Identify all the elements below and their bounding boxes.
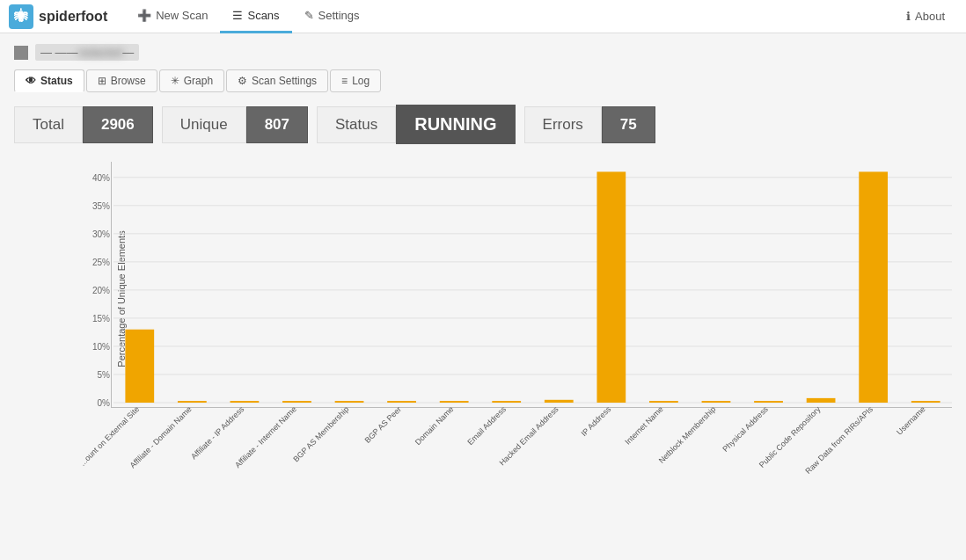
- svg-text:10%: 10%: [92, 342, 110, 352]
- stats-row: Total 2906 Unique 807 Status RUNNING Err…: [14, 105, 952, 144]
- svg-rect-48: [911, 401, 940, 403]
- tab-browse[interactable]: ⊞ Browse: [86, 69, 157, 92]
- svg-text:30%: 30%: [92, 229, 110, 239]
- svg-rect-26: [335, 401, 364, 403]
- svg-rect-34: [545, 400, 574, 403]
- tab-graph[interactable]: ✳ Graph: [159, 69, 224, 92]
- nav-links: ➕ New Scan ☰ Scans ✎ Settings: [125, 0, 371, 33]
- tab-log[interactable]: ≡ Log: [330, 69, 381, 92]
- status-label: Status: [317, 106, 396, 143]
- status-tab-label: Status: [40, 75, 73, 87]
- nav-right: ℹ About: [894, 10, 957, 23]
- svg-text:BGP AS Membership: BGP AS Membership: [291, 404, 350, 463]
- scan-title-icon: [14, 46, 28, 60]
- svg-rect-24: [282, 401, 311, 403]
- svg-rect-22: [231, 401, 260, 403]
- scan-title: — ——redacted—: [35, 44, 139, 61]
- svg-text:Physical Address: Physical Address: [721, 404, 770, 454]
- brand[interactable]: 🕷 spiderfoot: [9, 4, 107, 29]
- svg-text:Domain Name: Domain Name: [413, 404, 456, 447]
- tab-bar: 👁 Status ⊞ Browse ✳ Graph ⚙ Scan Setting…: [14, 69, 952, 92]
- status-value: RUNNING: [396, 105, 515, 144]
- brand-name: spiderfoot: [39, 9, 107, 25]
- new-scan-icon: ➕: [137, 9, 151, 22]
- errors-value: 75: [602, 106, 655, 143]
- browse-tab-icon: ⊞: [98, 75, 106, 87]
- svg-rect-42: [754, 401, 783, 403]
- nav-about[interactable]: ℹ About: [894, 10, 957, 23]
- svg-text:Affiliate - Internet Name: Affiliate - Internet Name: [233, 404, 298, 469]
- chart-inner: 0%5%10%15%20%25%30%35%40%...ount on Exte…: [111, 162, 952, 408]
- svg-text:IP Address: IP Address: [580, 404, 613, 438]
- svg-text:Username: Username: [895, 404, 926, 436]
- svg-text:35%: 35%: [92, 201, 110, 211]
- svg-text:0%: 0%: [98, 398, 111, 408]
- brand-logo: 🕷: [9, 4, 33, 29]
- new-scan-label: New Scan: [156, 9, 208, 22]
- errors-label: Errors: [524, 106, 602, 143]
- svg-rect-38: [649, 401, 678, 403]
- scans-icon: ☰: [232, 9, 243, 22]
- svg-rect-28: [387, 401, 416, 403]
- svg-rect-20: [178, 401, 207, 403]
- scan-settings-tab-icon: ⚙: [238, 75, 247, 87]
- scans-label: Scans: [247, 9, 279, 22]
- about-icon: ℹ: [906, 10, 911, 23]
- tab-status[interactable]: 👁 Status: [14, 69, 84, 92]
- svg-text:...ount on External Site: ...ount on External Site: [78, 404, 141, 467]
- settings-icon: ✎: [304, 9, 314, 22]
- svg-rect-40: [702, 401, 731, 403]
- svg-text:BGP AS Peer: BGP AS Peer: [362, 404, 403, 445]
- graph-tab-label: Graph: [184, 75, 213, 87]
- svg-rect-44: [807, 398, 836, 403]
- main-content: — ——redacted— 👁 Status ⊞ Browse ✳ Graph …: [0, 33, 966, 498]
- navbar: 🕷 spiderfoot ➕ New Scan ☰ Scans ✎ Settin…: [0, 0, 966, 33]
- chart-container: Percentage of Unique Elements 0%5%10%15%…: [14, 162, 952, 487]
- svg-text:Affiliate - IP Address: Affiliate - IP Address: [189, 404, 245, 461]
- svg-text:Internet Name: Internet Name: [623, 404, 664, 446]
- svg-text:Affiliate - Domain Name: Affiliate - Domain Name: [128, 404, 194, 469]
- unique-label: Unique: [162, 106, 246, 143]
- svg-rect-46: [859, 171, 888, 403]
- settings-label: Settings: [318, 9, 360, 22]
- nav-settings[interactable]: ✎ Settings: [292, 0, 372, 33]
- svg-text:Hacked Email Address: Hacked Email Address: [498, 404, 560, 467]
- svg-text:5%: 5%: [98, 370, 111, 380]
- nav-new-scan[interactable]: ➕ New Scan: [125, 0, 220, 33]
- tab-scan-settings[interactable]: ⚙ Scan Settings: [226, 69, 328, 92]
- svg-rect-36: [596, 171, 626, 403]
- svg-rect-30: [440, 401, 469, 403]
- svg-rect-18: [125, 330, 154, 403]
- scan-settings-tab-label: Scan Settings: [252, 75, 317, 87]
- nav-scans[interactable]: ☰ Scans: [220, 0, 291, 33]
- total-label: Total: [14, 106, 83, 143]
- status-tab-icon: 👁: [26, 75, 36, 87]
- svg-text:25%: 25%: [92, 258, 110, 267]
- svg-text:Netblock Membership: Netblock Membership: [657, 404, 718, 465]
- svg-text:40%: 40%: [92, 173, 110, 183]
- scan-title-bar: — ——redacted—: [14, 44, 952, 61]
- log-tab-icon: ≡: [341, 75, 348, 87]
- svg-text:15%: 15%: [92, 314, 110, 324]
- graph-tab-icon: ✳: [171, 75, 179, 87]
- unique-value: 807: [246, 106, 308, 143]
- svg-rect-32: [492, 401, 521, 403]
- browse-tab-label: Browse: [111, 75, 146, 87]
- about-label: About: [915, 10, 945, 23]
- svg-text:Email Address: Email Address: [465, 404, 508, 447]
- total-value: 2906: [83, 106, 153, 143]
- svg-text:20%: 20%: [92, 286, 110, 295]
- log-tab-label: Log: [352, 75, 370, 87]
